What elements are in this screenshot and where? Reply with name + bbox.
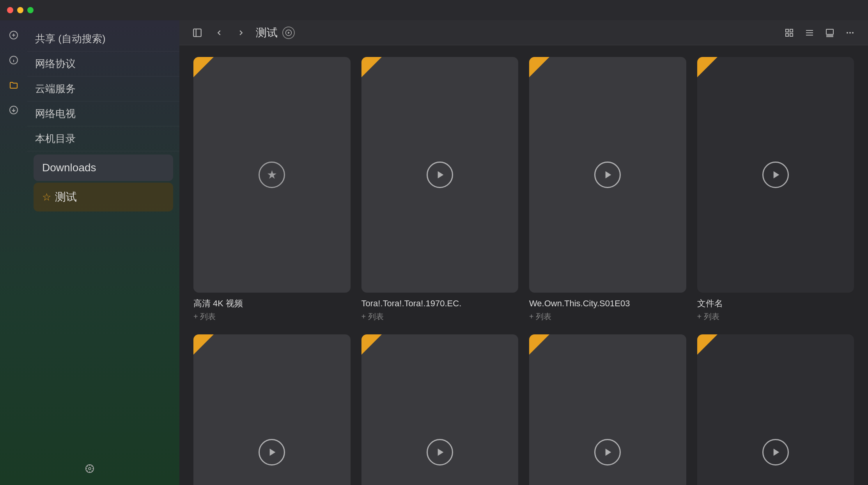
media-card-item1[interactable]: ★ 高清 4K 视频 + 列表 [193,57,351,322]
media-card-item8[interactable]: Roland Garros 2020 [697,334,854,485]
svg-line-14 [87,466,88,467]
svg-marker-35 [438,171,443,179]
media-card-item7[interactable]: City.on.Fire.S01E07.The.D [529,334,686,485]
media-thumbnail [697,334,854,485]
toolbar-title: 测试 [256,25,295,40]
sidebar-item-local-dir[interactable]: 本机目录 [27,126,179,151]
media-thumbnail [361,57,519,293]
sidebar-item-test-label: 测试 [55,190,77,204]
sidebar: 共享 (自动搜索) 网络协议 云端服务 网络电视 本机目录 Downloads … [0,20,179,485]
media-thumbnail: ★ [193,57,351,293]
svg-point-33 [849,32,851,34]
svg-marker-39 [438,449,443,456]
view-list-button[interactable] [802,26,817,40]
download-icon[interactable] [7,103,21,117]
media-title: 高清 4K 视频 [193,298,351,309]
media-title: We.Own.This.City.S01E03 [529,298,686,309]
more-options-button[interactable] [843,26,857,40]
star-play-icon: ★ [259,162,285,188]
sidebar-item-network-protocol[interactable]: 网络协议 [27,52,179,76]
svg-rect-24 [786,34,788,36]
media-sub[interactable]: + 列表 [529,311,686,322]
content-area: 测试 [179,20,868,485]
media-card-item2[interactable]: Tora!.Tora!.Tora!.1970.EC. + 列表 [361,57,519,322]
media-thumbnail [529,57,686,293]
back-button[interactable] [212,26,226,40]
app-body: 共享 (自动搜索) 网络协议 云端服务 网络电视 本机目录 Downloads … [0,20,868,485]
settings-icon[interactable] [83,462,97,476]
svg-marker-36 [606,171,611,179]
view-thumbs-button[interactable] [823,26,837,40]
svg-marker-40 [606,449,611,456]
star-icon: ☆ [42,191,51,203]
sidebar-toggle-button[interactable] [190,26,204,40]
orange-corner-icon [361,57,382,77]
orange-corner-icon [529,334,549,355]
play-icon [762,162,789,188]
svg-marker-37 [773,171,779,179]
media-card-item6[interactable]: City.on.Fire.S01E05.Bras [361,334,519,485]
svg-rect-18 [193,29,201,37]
view-grid-button[interactable] [782,26,796,40]
sidebar-icons [0,20,27,485]
content-grid: ★ 高清 4K 视频 + 列表 Tora!.Tora!.Tora!.1970.E… [179,45,868,485]
traffic-lights [7,7,34,13]
svg-point-32 [847,32,848,34]
play-icon [594,162,621,188]
media-sub[interactable]: + 列表 [193,311,351,322]
svg-rect-29 [826,29,833,34]
svg-marker-41 [773,449,779,456]
minimize-button[interactable] [17,7,23,13]
svg-line-15 [92,471,92,471]
media-sub[interactable]: + 列表 [361,311,519,322]
play-icon [427,439,453,465]
media-title: Tora!.Tora!.Tora!.1970.EC. [361,298,519,309]
media-thumbnail [697,57,854,293]
media-card-item5[interactable]: Gorgeous.1999.BluRay.10 [193,334,351,485]
fullscreen-button[interactable] [27,7,34,13]
media-card-item3[interactable]: We.Own.This.City.S01E03 + 列表 [529,57,686,322]
sidebar-item-network-tv[interactable]: 网络电视 [27,101,179,126]
close-button[interactable] [7,7,13,13]
folder-icon[interactable] [7,78,21,92]
info-icon[interactable] [7,53,21,67]
svg-marker-21 [288,32,290,34]
sidebar-item-downloads[interactable]: Downloads [34,155,173,181]
orange-corner-icon [529,57,549,77]
orange-corner-icon [697,334,717,355]
sidebar-section-folders: Downloads ☆ 测试 [27,155,179,211]
play-icon [259,439,285,465]
sidebar-item-test[interactable]: ☆ 测试 [34,183,173,211]
media-thumbnail [529,334,686,485]
title-bar [0,0,868,20]
play-icon [594,439,621,465]
svg-point-34 [852,32,854,34]
svg-line-17 [92,466,92,467]
sidebar-nav: 共享 (自动搜索) 网络协议 云端服务 网络电视 本机目录 Downloads … [27,20,179,452]
play-icon [427,162,453,188]
sidebar-item-cloud-service[interactable]: 云端服务 [27,76,179,101]
toolbar-right [782,26,857,40]
toolbar-play-button[interactable] [282,27,295,39]
orange-corner-icon [193,57,214,77]
sidebar-item-shared[interactable]: 共享 (自动搜索) [27,27,179,52]
play-icon [762,439,789,465]
content-toolbar: 测试 [179,20,868,45]
media-sub[interactable]: + 列表 [697,311,854,322]
forward-button[interactable] [234,26,248,40]
svg-rect-23 [790,29,793,32]
orange-corner-icon [361,334,382,355]
svg-rect-25 [790,34,793,36]
svg-marker-38 [270,449,276,456]
add-icon[interactable] [7,28,21,42]
media-thumbnail [193,334,351,485]
media-thumbnail [361,334,519,485]
svg-point-9 [89,467,91,470]
orange-corner-icon [697,57,717,77]
svg-rect-22 [786,29,788,32]
svg-line-16 [87,471,88,471]
orange-corner-icon [193,334,214,355]
media-card-item4[interactable]: 文件名 + 列表 [697,57,854,322]
toolbar-title-text: 测试 [256,25,278,40]
media-title: 文件名 [697,298,854,309]
